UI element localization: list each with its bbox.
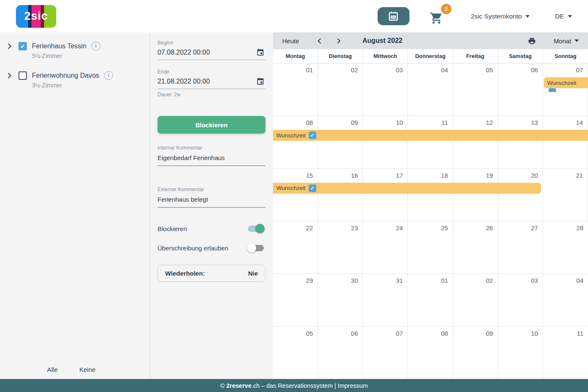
date-picker-icon[interactable]: [256, 48, 265, 57]
weekday-label: Sonntag: [543, 49, 588, 63]
calendar-day-cell[interactable]: 30: [318, 274, 363, 326]
calendar-day-cell[interactable]: 06: [498, 63, 543, 116]
calendar-week-row: 15 16 17 18 19 20 21 Wunschzeit: [273, 169, 588, 221]
calendar-day-cell[interactable]: 17: [363, 169, 408, 221]
block-toggle-row: Blockieren: [158, 225, 265, 232]
info-icon[interactable]: [104, 71, 113, 80]
calendar-day-cell[interactable]: 07: [363, 327, 408, 379]
event-wunschzeit[interactable]: Wunschzeit: [273, 183, 541, 194]
chevron-down-icon: [575, 39, 579, 42]
top-bar: 2sic 2: [0, 0, 588, 32]
chevron-right-icon[interactable]: [335, 37, 342, 45]
begin-input[interactable]: 07.08.2022 00:00: [158, 47, 265, 60]
calendar-day-cell[interactable]: 26: [453, 221, 498, 274]
property-checkbox[interactable]: [18, 42, 27, 50]
event-label: Wunschzeit: [547, 80, 577, 86]
calendar-day-cell[interactable]: 21: [543, 169, 588, 221]
property-subtitle: 3½-Zimmer: [32, 82, 113, 89]
calendar-day-cell[interactable]: 01: [273, 63, 318, 116]
calendar-day-cell[interactable]: 15: [273, 169, 318, 221]
calendar-day-cell[interactable]: 13: [498, 116, 543, 168]
calendar-day-cell[interactable]: 11: [543, 327, 588, 379]
calendar-view-button[interactable]: [378, 7, 410, 25]
block-button[interactable]: Blockieren: [158, 116, 265, 134]
override-toggle-row: Überschreibung erlauben: [158, 245, 265, 252]
print-icon[interactable]: [528, 37, 536, 45]
footer-text: .ch – das Reservationssystem |: [252, 382, 338, 389]
calendar-day-cell[interactable]: 09: [453, 327, 498, 379]
calendar-day-cell[interactable]: 04: [408, 63, 453, 116]
date-picker-icon[interactable]: [256, 77, 265, 86]
impressum-link[interactable]: Impressum: [338, 382, 368, 389]
calendar-day-cell[interactable]: 02: [318, 63, 363, 116]
info-icon[interactable]: [92, 42, 100, 50]
internal-comment-input[interactable]: Eigenbedarf Ferienhaus: [158, 152, 265, 166]
property-checkbox[interactable]: [18, 71, 27, 80]
event-wunschzeit[interactable]: Wunschzeit: [544, 77, 588, 88]
checked-checkbox-icon[interactable]: [309, 184, 316, 192]
account-label: 2sic Systemkonto: [471, 13, 522, 20]
calendar-day-cell[interactable]: 08: [408, 327, 453, 379]
select-all-button[interactable]: Alle: [47, 366, 58, 373]
calendar-day-cell[interactable]: 19: [453, 169, 498, 221]
calendar-grid: 01 02 03 04 05 06 07 Wunschzeit 08 09 10: [273, 63, 588, 379]
view-selector[interactable]: Monat: [554, 37, 579, 45]
chevron-right-icon[interactable]: [6, 72, 13, 79]
app-window: 2sic 2: [0, 0, 588, 392]
weekday-label: Donnerstag: [408, 49, 453, 63]
account-menu[interactable]: 2sic Systemkonto: [471, 13, 530, 20]
calendar-day-cell[interactable]: 06: [318, 327, 363, 379]
checked-checkbox-icon[interactable]: [309, 132, 316, 139]
calendar-day-cell[interactable]: 01: [408, 274, 453, 326]
calendar-day-cell[interactable]: 11: [408, 116, 453, 168]
calendar-day-cell[interactable]: 05: [273, 327, 318, 379]
end-field-group: Ende 21.08.2022 00:00 Dauer: 2w: [158, 69, 265, 97]
cart-button[interactable]: 2: [430, 7, 446, 26]
calendar-day-cell[interactable]: 22: [273, 221, 318, 274]
sidebar-item-ferienwohnung-davos[interactable]: Ferienwohnung Davos 3½-Zimmer: [0, 67, 150, 89]
override-toggle-switch[interactable]: [248, 245, 264, 251]
calendar-day-cell[interactable]: 03: [498, 274, 543, 326]
calendar-day-cell[interactable]: 12: [453, 116, 498, 168]
language-menu[interactable]: DE: [555, 13, 572, 20]
calendar-day-cell[interactable]: 25: [408, 221, 453, 274]
calendar-day-cell[interactable]: 16: [318, 169, 363, 221]
calendar-day-cell[interactable]: 03: [363, 63, 408, 116]
calendar-day-cell[interactable]: 29: [273, 274, 318, 326]
today-button[interactable]: Heute: [282, 37, 299, 45]
end-input[interactable]: 21.08.2022 00:00: [158, 76, 265, 89]
calendar-toolbar: Heute August 2022 Monat: [273, 32, 588, 49]
chevron-right-icon[interactable]: [6, 42, 13, 50]
external-comment-input[interactable]: Ferienhaus belegt: [158, 193, 265, 208]
logo-text: 2sic: [24, 10, 48, 23]
sidebar-item-ferienhaus-tessin[interactable]: Ferienhaus Tessin 5½-Zimmer: [0, 37, 150, 59]
chevron-down-icon: [525, 15, 530, 18]
calendar-day-cell[interactable]: 31: [363, 274, 408, 326]
calendar-day-cell[interactable]: 10: [363, 116, 408, 168]
main-area: Ferienhaus Tessin 5½-Zimmer Ferienwohnun…: [0, 32, 588, 379]
calendar-week-row: 08 09 10 11 12 13 14 Wunschzeit: [273, 116, 588, 168]
calendar-day-cell[interactable]: 09: [318, 116, 363, 168]
calendar-day-cell[interactable]: 18: [408, 169, 453, 221]
external-comment-group: Externer Kommentar Ferienhaus belegt: [158, 187, 265, 208]
internal-comment-group: Interner Kommentar Eigenbedarf Ferienhau…: [158, 145, 265, 166]
calendar-day-cell[interactable]: 08: [273, 116, 318, 168]
calendar-day-cell[interactable]: 24: [363, 221, 408, 274]
chevron-left-icon[interactable]: [316, 37, 323, 45]
calendar-day-cell[interactable]: 05: [453, 63, 498, 116]
calendar-day-cell[interactable]: 10: [498, 327, 543, 379]
calendar-day-cell[interactable]: 20: [498, 169, 543, 221]
calendar-day-cell[interactable]: 14: [543, 116, 588, 168]
calendar-day-cell[interactable]: 02: [453, 274, 498, 326]
calendar-day-cell[interactable]: 04: [543, 274, 588, 326]
calendar-day-cell[interactable]: 27: [498, 221, 543, 274]
weekday-header: Montag Dienstag Mittwoch Donnerstag Frei…: [273, 49, 588, 63]
repeat-selector[interactable]: Wiederholen: Nie: [158, 265, 265, 282]
toggle-thumb: [247, 243, 256, 253]
event-wunschzeit[interactable]: Wunschzeit: [273, 130, 588, 141]
calendar-day-cell[interactable]: 23: [318, 221, 363, 274]
calendar-day-cell[interactable]: 28: [543, 221, 588, 274]
footer-brand: 2reserve: [226, 382, 252, 389]
block-toggle-switch[interactable]: [248, 226, 264, 232]
select-none-button[interactable]: Keine: [79, 366, 95, 373]
